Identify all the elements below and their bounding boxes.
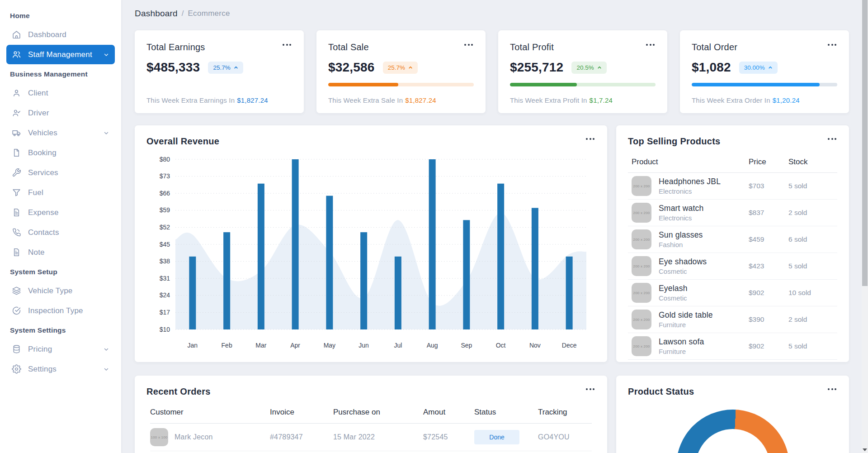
product-thumbnail: 200 x 200 <box>632 229 651 249</box>
orders-table-header: Customer Invoice Pusrchase on Amout Stat… <box>150 403 592 424</box>
product-category: Fashion <box>659 241 703 248</box>
scrollbar-down-arrow-icon[interactable] <box>863 448 867 451</box>
product-status-panel: Product Status <box>616 376 849 453</box>
product-price: $902 <box>749 342 788 350</box>
product-name: Gold side table <box>659 310 713 320</box>
sidebar-item-label: Fuel <box>28 188 43 197</box>
sidebar-item-staff-management[interactable]: Staff Management <box>6 45 115 64</box>
svg-text:$73: $73 <box>160 172 170 180</box>
table-row: 200 x 200 Lawson sofa Furniture $902 5 s… <box>628 333 837 360</box>
sidebar-item-services[interactable]: Services <box>6 163 115 182</box>
column-header-tracking: Tracking <box>538 408 592 417</box>
card-menu-button[interactable] <box>645 42 656 48</box>
card-menu-button[interactable] <box>282 42 292 48</box>
svg-text:Sep: Sep <box>461 342 472 349</box>
table-row-partial <box>150 451 592 453</box>
svg-text:$80: $80 <box>160 156 170 163</box>
card-title: Total Sale <box>328 42 369 52</box>
sidebar-item-client[interactable]: Client <box>6 83 115 103</box>
sidebar-item-inspection-type[interactable]: Inspection Type <box>6 301 115 320</box>
svg-text:$59: $59 <box>160 206 170 214</box>
sidebar-item-driver[interactable]: Driver <box>6 103 115 123</box>
column-header-purchase-on: Pusrchase on <box>333 408 423 417</box>
column-header-invoice: Invoice <box>270 408 333 417</box>
note-icon <box>12 248 21 257</box>
svg-text:Jan: Jan <box>188 342 198 349</box>
svg-text:$10: $10 <box>160 326 170 333</box>
breadcrumb-dashboard-link[interactable]: Dashboard <box>135 9 178 19</box>
order-purchase-date: 15 Mar 2022 <box>333 433 423 441</box>
product-price: $703 <box>749 182 788 190</box>
sidebar-item-expense[interactable]: Expense <box>6 203 115 222</box>
svg-text:Nov: Nov <box>529 342 541 349</box>
card-value: $255,712 <box>510 60 563 75</box>
progress-bar <box>692 83 837 86</box>
panel-menu-button[interactable] <box>585 386 595 392</box>
sidebar-item-booking[interactable]: Booking <box>6 143 115 162</box>
svg-text:$38: $38 <box>160 257 170 265</box>
svg-text:Mar: Mar <box>255 342 266 349</box>
sidebar-item-vehicle-type[interactable]: Vehicle Type <box>6 281 115 300</box>
sidebar-section-system-setup: System Setup <box>6 262 115 281</box>
sidebar-item-label: Inspection Type <box>28 306 83 315</box>
phone-icon <box>12 228 21 237</box>
svg-text:Jun: Jun <box>359 342 369 349</box>
table-row: 200 x 200 Sun glasses Fashion $459 6 sol… <box>628 226 837 253</box>
progress-bar <box>510 83 656 86</box>
sidebar-item-label: Services <box>28 168 58 177</box>
note-amount: $1,7.24 <box>590 96 613 104</box>
stat-card: Total Sale $32,586 25.7% This Week Extra… <box>316 30 486 113</box>
panel-title: Top Selling Products <box>628 136 721 147</box>
panel-menu-button[interactable] <box>827 386 837 392</box>
scrollbar-thumb[interactable] <box>862 0 868 286</box>
orders-table: Customer Invoice Pusrchase on Amout Stat… <box>146 403 595 453</box>
product-status-donut-chart <box>676 410 789 453</box>
chevron-up-icon <box>768 65 773 70</box>
sidebar-item-vehicles[interactable]: Vehicles <box>6 123 115 143</box>
sidebar-item-settings[interactable]: Settings <box>6 359 115 379</box>
product-stock: 5 sold <box>788 342 834 350</box>
sidebar-item-label: Driver <box>28 109 49 118</box>
sidebar-item-note[interactable]: Note <box>6 243 115 262</box>
sidebar-item-label: Client <box>28 89 48 98</box>
panel-menu-button[interactable] <box>585 136 595 142</box>
note-amount: $1,827.24 <box>405 96 436 104</box>
card-value: $485,333 <box>146 60 200 75</box>
svg-text:May: May <box>324 342 335 349</box>
product-name: Sun glasses <box>659 230 703 240</box>
column-header-product: Product <box>632 157 749 167</box>
customer-name: Mark Jecon <box>175 433 213 441</box>
sidebar-item-contacts[interactable]: Contacts <box>6 223 115 242</box>
database-icon <box>12 344 21 354</box>
card-menu-button[interactable] <box>827 42 837 48</box>
percent-badge: 25.7% <box>383 62 418 74</box>
svg-text:Feb: Feb <box>222 342 232 349</box>
note-amount: $1,827.24 <box>237 96 268 104</box>
window-scrollbar[interactable] <box>862 0 868 453</box>
chevron-down-icon <box>103 52 109 58</box>
card-menu-button[interactable] <box>463 42 474 48</box>
sidebar-item-pricing[interactable]: Pricing <box>6 339 115 359</box>
product-name: Eyelash <box>659 284 688 293</box>
chevron-down-icon <box>103 346 109 353</box>
chevron-down-icon <box>103 366 109 372</box>
products-table-header: Product Price Stock <box>628 153 837 173</box>
truck-icon <box>12 128 21 138</box>
card-note: This Week Extra Order In$1,20.24 <box>692 96 837 104</box>
percent-badge: 25.7% <box>208 62 243 74</box>
product-thumbnail: 200 x 200 <box>632 176 651 196</box>
panel-menu-button[interactable] <box>827 136 837 142</box>
chevron-up-icon <box>234 65 238 70</box>
panel-title: Overall Revenue <box>146 136 219 147</box>
column-header-customer: Customer <box>150 408 270 417</box>
table-row: 200 x 200 Gold side table Furniture $390… <box>628 306 837 333</box>
users-icon <box>12 50 21 59</box>
sidebar-item-dashboard[interactable]: Dashboard <box>6 25 115 44</box>
breadcrumb-separator: / <box>182 9 184 18</box>
sidebar-section-business: Business Management <box>6 65 115 83</box>
percent-badge: 30.00% <box>739 62 778 74</box>
panel-title: Recent Orders <box>146 386 211 397</box>
sidebar-item-label: Staff Management <box>28 50 92 59</box>
product-thumbnail: 200 x 200 <box>632 203 651 223</box>
sidebar-item-fuel[interactable]: Fuel <box>6 183 115 202</box>
